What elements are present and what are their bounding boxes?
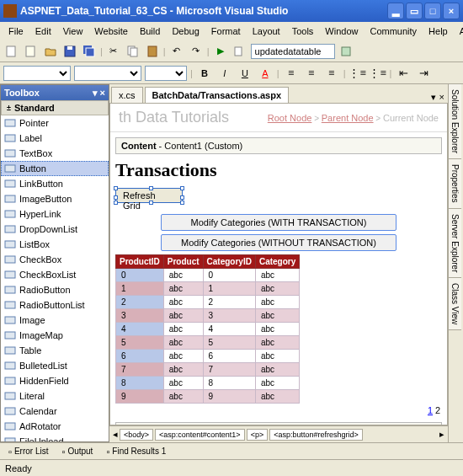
- toolbox-item-pointer[interactable]: Pointer: [1, 115, 109, 131]
- menu-addins[interactable]: Addins: [455, 24, 463, 38]
- forecolor-button[interactable]: A: [257, 65, 274, 82]
- element-select[interactable]: [3, 66, 71, 81]
- modify-with-transaction-button[interactable]: Modify Categories (WITH TRANSACTION): [161, 214, 396, 231]
- close-button[interactable]: ×: [443, 3, 460, 19]
- toolbox-item-radiobuttonlist[interactable]: RadioButtonList: [1, 297, 109, 313]
- minimize-button[interactable]: ▂: [387, 3, 404, 19]
- grid-header[interactable]: Category: [255, 255, 299, 269]
- design-canvas[interactable]: th Data Tutorials Root Node > Parent Nod…: [109, 103, 448, 425]
- toolbox-item-literal[interactable]: Literal: [1, 388, 109, 404]
- cut-icon[interactable]: ✂: [105, 43, 122, 60]
- toolbox-item-textbox[interactable]: TextBox: [1, 146, 109, 161]
- toolbox-item-checkbox[interactable]: CheckBox: [1, 252, 109, 267]
- toolbox-item-dropdownlist[interactable]: DropDownList: [1, 222, 109, 237]
- toolbox-item-checkboxlist[interactable]: CheckBoxList: [1, 267, 109, 282]
- table-row[interactable]: 6abc6abc: [116, 350, 300, 363]
- tag-path-item[interactable]: <p>: [247, 429, 269, 441]
- font-select[interactable]: [145, 66, 187, 81]
- menu-window[interactable]: Window: [320, 24, 363, 38]
- align-center-icon[interactable]: ≡: [303, 65, 320, 82]
- menu-edit[interactable]: Edit: [30, 24, 56, 38]
- grid-header[interactable]: CategoryID: [203, 255, 255, 269]
- toolbox-item-imagemap[interactable]: ImageMap: [1, 328, 109, 343]
- menu-community[interactable]: Community: [365, 24, 422, 38]
- objectdatasource-tag[interactable]: ObjectDataSource - ProductsDataSource: [115, 422, 442, 425]
- toolbox-item-table[interactable]: Table: [1, 343, 109, 358]
- new-project-icon[interactable]: [3, 43, 20, 60]
- tag-path-item[interactable]: <asp:content#content1>: [155, 429, 245, 441]
- toolbox-item-adrotator[interactable]: AdRotator: [1, 419, 109, 434]
- bold-button[interactable]: B: [196, 65, 213, 82]
- find-dropdown[interactable]: updatedatatable: [251, 44, 335, 59]
- menu-help[interactable]: Help: [423, 24, 453, 38]
- add-item-icon[interactable]: [23, 43, 40, 60]
- modify-without-transaction-button[interactable]: Modify Categories (WITHOUT TRANSACTION): [161, 234, 396, 251]
- table-row[interactable]: 1abc1abc: [116, 282, 300, 296]
- toolbox-item-calendar[interactable]: Calendar: [1, 404, 109, 419]
- restore-button[interactable]: ▭: [406, 3, 423, 19]
- content-placeholder-tag[interactable]: Content - Content1 (Custom): [115, 137, 442, 154]
- toolbox-item-hiddenfield[interactable]: HiddenField: [1, 373, 109, 388]
- toolbox-item-radiobutton[interactable]: RadioButton: [1, 282, 109, 297]
- maximize-button[interactable]: □: [424, 3, 441, 19]
- menu-view[interactable]: View: [58, 24, 88, 38]
- bottom-tab-error-list[interactable]: ▫Error List: [3, 445, 53, 458]
- class-select[interactable]: [74, 66, 141, 81]
- toolbox-item-listbox[interactable]: ListBox: [1, 237, 109, 252]
- save-all-icon[interactable]: [81, 43, 98, 60]
- side-tab-solution-explorer[interactable]: Solution Explorer: [449, 84, 461, 159]
- tag-path-item[interactable]: <body>: [120, 429, 153, 441]
- toolbox-item-bulletedlist[interactable]: BulletedList: [1, 358, 109, 373]
- toolbox-item-button[interactable]: Button: [1, 161, 109, 176]
- toolbox-item-label[interactable]: Label: [1, 131, 109, 146]
- outdent-icon[interactable]: ⇤: [395, 65, 412, 82]
- table-row[interactable]: 0abc0abc: [116, 269, 300, 282]
- align-right-icon[interactable]: ≡: [323, 65, 340, 82]
- indent-icon[interactable]: ⇥: [415, 65, 432, 82]
- italic-button[interactable]: I: [216, 65, 233, 82]
- toolbox-item-imagebutton[interactable]: ImageButton: [1, 191, 109, 206]
- bottom-tab-output[interactable]: ▫Output: [56, 445, 98, 458]
- open-icon[interactable]: [42, 43, 59, 60]
- products-grid[interactable]: ProductIDProductCategoryIDCategory 0abc0…: [115, 254, 300, 404]
- underline-button[interactable]: U: [237, 65, 253, 82]
- grid-pager[interactable]: 1 2: [115, 404, 442, 417]
- table-row[interactable]: 4abc4abc: [116, 323, 300, 336]
- side-tab-server-explorer[interactable]: Server Explorer: [449, 209, 461, 278]
- table-row[interactable]: 9abc9abc: [116, 390, 300, 404]
- start-icon[interactable]: ▶: [212, 43, 229, 60]
- bullets-icon[interactable]: ⋮≡: [349, 65, 366, 82]
- bottom-tab-find-results-1[interactable]: ▫Find Results 1: [101, 445, 171, 458]
- table-row[interactable]: 5abc5abc: [116, 336, 300, 350]
- grid-header[interactable]: Product: [163, 255, 203, 269]
- toolbox-category[interactable]: Standard: [1, 100, 109, 115]
- side-tab-properties[interactable]: Properties: [449, 159, 461, 209]
- menu-file[interactable]: File: [3, 24, 29, 38]
- toolbox-item-image[interactable]: Image: [1, 313, 109, 328]
- toolbox-item-hyperlink[interactable]: HyperLink: [1, 206, 109, 222]
- toolbox-pin-icon[interactable]: ▾ ×: [93, 88, 105, 99]
- table-row[interactable]: 8abc8abc: [116, 377, 300, 390]
- table-row[interactable]: 2abc2abc: [116, 296, 300, 309]
- config-icon[interactable]: [338, 43, 354, 60]
- toolbox-item-fileupload[interactable]: FileUpload: [1, 434, 109, 441]
- copy-icon[interactable]: [125, 43, 141, 60]
- toolbox-header[interactable]: Toolbox ▾ ×: [1, 85, 109, 100]
- table-row[interactable]: 7abc7abc: [116, 363, 300, 377]
- tab-active[interactable]: BatchData/Transactions.aspx: [145, 87, 289, 103]
- paste-icon[interactable]: [144, 43, 161, 60]
- find-icon[interactable]: [232, 43, 248, 60]
- redo-icon[interactable]: ↷: [188, 43, 205, 60]
- tab-dropdown-icon[interactable]: ▾: [431, 92, 436, 103]
- tag-path-item[interactable]: <asp:button#refreshgrid>: [269, 429, 363, 441]
- menu-debug[interactable]: Debug: [167, 24, 204, 38]
- tagbar-right-icon[interactable]: ▸: [439, 429, 444, 440]
- tab-close-icon[interactable]: ×: [439, 92, 444, 103]
- table-row[interactable]: 3abc3abc: [116, 309, 300, 323]
- toolbox-item-linkbutton[interactable]: LinkButton: [1, 176, 109, 191]
- align-left-icon[interactable]: ≡: [283, 65, 300, 82]
- grid-header[interactable]: ProductID: [116, 255, 164, 269]
- menu-layout[interactable]: Layout: [247, 24, 285, 38]
- numbering-icon[interactable]: ⋮≡: [370, 65, 386, 82]
- refresh-grid-button[interactable]: Refresh Grid: [115, 188, 183, 203]
